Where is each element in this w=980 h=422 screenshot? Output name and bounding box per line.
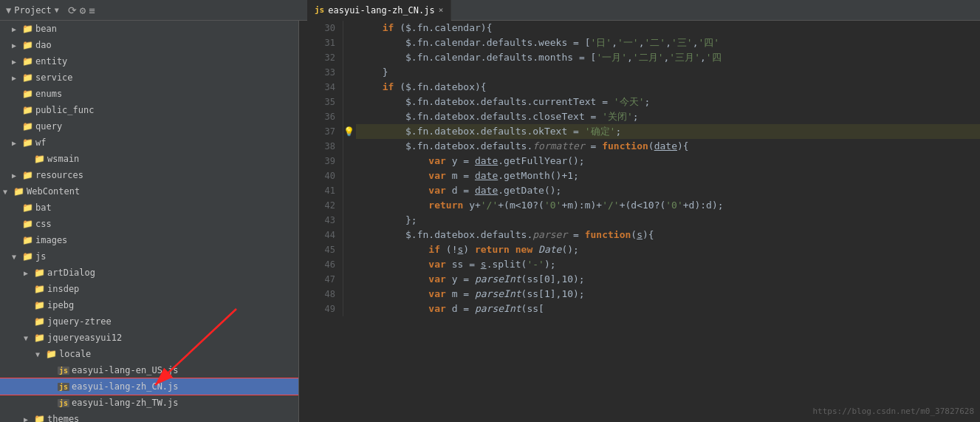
- tree-item-dao[interactable]: ▶ 📁 dao: [0, 37, 298, 53]
- tree-item-label: easyui-lang-zh_CN.js: [72, 381, 179, 392]
- tree-item-jquery-ztree[interactable]: 📁 jquery-ztree: [0, 313, 298, 330]
- tree-item-jqueryeasyui12[interactable]: ▼ 📁 jqueryeasyui12: [0, 330, 298, 346]
- code-content: var d = date.getDate();: [356, 183, 979, 198]
- tree-item-resources[interactable]: ▶ 📁 resources: [0, 167, 298, 183]
- line-number: 47: [299, 272, 343, 287]
- line-number: 39: [299, 154, 343, 169]
- code-content: return y+'/'+(m<10?('0'+m):m)+'/'+(d<10?…: [356, 198, 979, 213]
- arrow-icon: ▼: [12, 253, 21, 261]
- code-line-37: 37 💡 $.fn.datebox.defaults.okText = '确定'…: [299, 124, 980, 139]
- line-number: 48: [299, 287, 343, 302]
- code-line-33: 33 }: [299, 65, 980, 80]
- line-number: 42: [299, 198, 343, 213]
- folder-icon: 📁: [22, 89, 33, 99]
- tree-item-webcontent[interactable]: ▼ 📁 WebContent: [0, 183, 298, 200]
- tree-item-easyui-tw[interactable]: js easyui-lang-zh_TW.js: [0, 395, 298, 411]
- line-number: 35: [299, 95, 343, 109]
- folder-icon: 📁: [34, 316, 45, 327]
- folder-icon: 📁: [22, 72, 33, 83]
- line-number: 38: [299, 139, 343, 154]
- tree-item-bat[interactable]: 📁 bat: [0, 200, 298, 216]
- code-line-34: 34 if ($.fn.datebox){: [299, 80, 980, 95]
- code-content: if (!s) return new Date();: [356, 242, 979, 257]
- tree-item-label: images: [35, 235, 67, 245]
- tree-item-images[interactable]: 📁 images: [0, 232, 298, 248]
- tree-item-label: bat: [35, 203, 52, 213]
- tree-item-label: themes: [47, 414, 79, 422]
- folder-icon: 📁: [22, 24, 33, 34]
- arrow-icon: ▶: [12, 74, 21, 82]
- tree-item-artdialog[interactable]: ▶ 📁 artDialog: [0, 265, 298, 281]
- code-content: var y = date.getFullYear();: [356, 154, 979, 169]
- tree-item-query[interactable]: 📁 query: [0, 118, 298, 135]
- sync-icon[interactable]: ⟳: [68, 4, 77, 16]
- tree-item-label: service: [35, 72, 73, 83]
- tree-item-bean[interactable]: ▶ 📁 bean: [0, 21, 298, 37]
- gutter: [343, 272, 356, 287]
- sidebar-wrapper: ▶ 📁 bean ▶ 📁 dao ▶ 📁 entity ▶ 📁 service: [0, 21, 299, 422]
- folder-icon: 📁: [22, 40, 33, 50]
- gutter: [343, 35, 356, 50]
- line-number: 32: [299, 50, 343, 65]
- folder-icon: 📁: [22, 105, 33, 115]
- tree-item-label: easyui-lang-en_US.js: [72, 365, 179, 375]
- line-number: 49: [299, 302, 343, 316]
- arrow-icon: ▶: [12, 139, 21, 147]
- tree-item-js[interactable]: ▼ 📁 js: [0, 248, 298, 265]
- tree-item-label: WebContent: [27, 186, 80, 197]
- tree-item-public-func[interactable]: 📁 public_func: [0, 102, 298, 118]
- main-content: ▶ 📁 bean ▶ 📁 dao ▶ 📁 entity ▶ 📁 service: [0, 21, 980, 422]
- tree-item-label: insdep: [47, 284, 79, 294]
- folder-icon: 📁: [22, 203, 33, 213]
- gutter-icon: 💡: [343, 124, 356, 139]
- code-line-30: 30 if ($.fn.calendar){: [299, 21, 980, 35]
- tree-item-label: wsmain: [47, 154, 79, 164]
- code-line-45: 45 if (!s) return new Date();: [299, 242, 980, 257]
- tree-item-label: easyui-lang-zh_TW.js: [72, 398, 179, 408]
- tree-item-easyui-en[interactable]: js easyui-lang-en_US.js: [0, 362, 298, 378]
- tree-item-label: jqueryeasyui12: [47, 333, 122, 343]
- code-line-40: 40 var m = date.getMonth()+1;: [299, 169, 980, 183]
- tab-label: easyui-lang-zh_CN.js: [328, 5, 435, 16]
- code-content: $.fn.datebox.defaults.parser = function(…: [356, 228, 979, 242]
- tree-item-themes[interactable]: ▶ 📁 themes: [0, 411, 298, 422]
- line-number: 30: [299, 21, 343, 35]
- tree-item-insdep[interactable]: 📁 insdep: [0, 281, 298, 297]
- tree-item-css[interactable]: 📁 css: [0, 216, 298, 232]
- js-icon: js: [58, 367, 69, 375]
- tree-item-label: locale: [59, 349, 91, 359]
- folder-icon: 📁: [34, 154, 45, 164]
- line-number: 36: [299, 109, 343, 124]
- tree-item-label: query: [35, 121, 62, 132]
- code-editor[interactable]: 30 if ($.fn.calendar){ 31 $.fn.calendar.…: [299, 21, 980, 422]
- folder-icon: 📁: [22, 170, 33, 180]
- tree-item-label: ipebg: [47, 300, 74, 310]
- arrow-icon: ▶: [24, 415, 32, 423]
- gutter: [343, 65, 356, 80]
- project-dropdown-icon[interactable]: ▼: [55, 6, 59, 14]
- line-number: 40: [299, 169, 343, 183]
- line-number: 46: [299, 257, 343, 272]
- line-number: 37: [299, 124, 343, 139]
- tree-item-locale[interactable]: ▼ 📁 locale: [0, 346, 298, 362]
- gutter: [343, 109, 356, 124]
- tree-item-easyui-cn[interactable]: js easyui-lang-zh_CN.js: [0, 378, 298, 395]
- gutter: [343, 228, 356, 242]
- tree-item-enums[interactable]: 📁 enums: [0, 86, 298, 102]
- code-content: };: [356, 213, 979, 228]
- settings-icon[interactable]: ≡: [89, 4, 95, 16]
- tab-close-button[interactable]: ×: [439, 5, 444, 15]
- gear-icon[interactable]: ⚙: [80, 4, 86, 16]
- gutter: [343, 183, 356, 198]
- project-panel-header: ▼ Project ▼ ⟳ ⚙ ≡: [6, 4, 301, 16]
- tree-item-wsmain[interactable]: 📁 wsmain: [0, 151, 298, 167]
- code-content: if ($.fn.calendar){: [356, 21, 979, 35]
- line-number: 34: [299, 80, 343, 95]
- tree-item-ipebg[interactable]: 📁 ipebg: [0, 297, 298, 313]
- tree-item-entity[interactable]: ▶ 📁 entity: [0, 53, 298, 69]
- gutter: [343, 287, 356, 302]
- tree-item-service[interactable]: ▶ 📁 service: [0, 69, 298, 86]
- active-tab[interactable]: js easyui-lang-zh_CN.js ×: [307, 0, 451, 21]
- tree-item-wf[interactable]: ▶ 📁 wf: [0, 135, 298, 151]
- code-content: var m = parseInt(ss[1],10);: [356, 287, 979, 302]
